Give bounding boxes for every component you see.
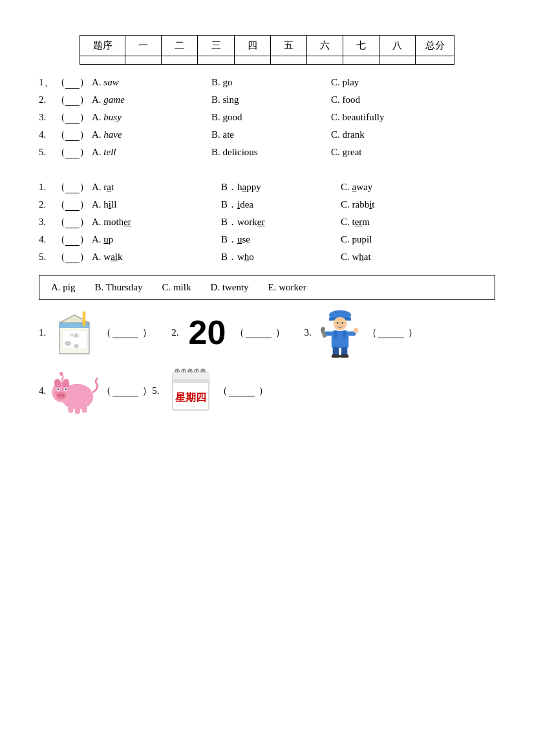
q-paren-open: （ xyxy=(56,94,65,106)
pic-item-3: 3. xyxy=(304,307,418,358)
score-table-header: 一 xyxy=(125,36,162,56)
score-table-header: 四 xyxy=(234,36,270,56)
svg-rect-14 xyxy=(334,330,337,338)
score-table-header: 三 xyxy=(198,36,234,56)
svg-rect-25 xyxy=(354,330,358,333)
pic-item-1: 1. 牛奶 （ ） xyxy=(39,307,152,358)
option-b: B. go xyxy=(211,77,331,88)
option-b: B. good xyxy=(211,112,331,123)
q-num: 2. xyxy=(39,94,56,105)
q-num: 5. xyxy=(39,252,56,263)
option-a: A. hill xyxy=(92,199,221,210)
svg-text:牛奶: 牛奶 xyxy=(70,333,79,338)
q-paren-open: （ xyxy=(56,251,65,263)
svg-point-12 xyxy=(341,322,343,324)
pic-item-4: 4. xyxy=(39,365,268,416)
twenty-icon: 20 xyxy=(182,307,233,358)
q-num: 3. xyxy=(39,112,56,123)
score-table-header: 六 xyxy=(306,36,343,56)
word-option: B. Thursday xyxy=(95,282,143,293)
svg-point-41 xyxy=(60,372,63,374)
q-num: 1、 xyxy=(39,76,56,89)
option-c: C. away xyxy=(341,182,495,193)
q-paren-close: ） xyxy=(80,146,89,158)
calendar-icon: 星期四 xyxy=(165,365,217,416)
q-paren-open: （ xyxy=(56,146,65,158)
q-num: 1. xyxy=(39,182,56,193)
svg-rect-37 xyxy=(68,405,73,413)
option-c: C. food xyxy=(331,94,495,105)
option-a: A. busy xyxy=(92,112,211,123)
word-option: D. twenty xyxy=(210,282,248,293)
svg-rect-39 xyxy=(82,405,87,413)
q-num: 4. xyxy=(39,234,56,245)
option-a: A. walk xyxy=(92,252,221,263)
section1-question-row: 3. （ ） A. busy B. good C. beautifully xyxy=(39,111,495,124)
q-paren-open: （ xyxy=(56,181,65,193)
section2-questions: 1. （ ） A. rat B．happy C. away 2. （ ） A. … xyxy=(39,181,495,263)
score-label xyxy=(80,56,125,65)
option-a: A. have xyxy=(92,129,211,140)
option-a: A. game xyxy=(92,94,211,105)
pig-icon xyxy=(48,365,100,416)
q-paren-open: （ xyxy=(56,111,65,124)
score-table: 题序一二三四五六七八总分 xyxy=(80,35,454,65)
option-b: B．worker xyxy=(221,216,341,228)
svg-point-36 xyxy=(65,388,67,390)
svg-text:星期四: 星期四 xyxy=(175,392,206,403)
section2-question-row: 2. （ ） A. hill B．idea C. rabbit xyxy=(39,199,495,211)
svg-rect-18 xyxy=(332,354,340,358)
section1-question-row: 1、 （ ） A. saw B. go C. play xyxy=(39,76,495,89)
q-paren-close: ） xyxy=(80,233,89,246)
q-paren-close: ） xyxy=(80,199,89,211)
svg-rect-7 xyxy=(83,312,85,326)
option-b: B. delicious xyxy=(211,147,331,158)
q-paren-close: ） xyxy=(80,111,89,124)
svg-rect-16 xyxy=(332,347,338,356)
q-num: 3. xyxy=(39,217,56,228)
word-option: E. worker xyxy=(268,282,306,293)
picture-row-2: 4. xyxy=(39,365,495,416)
q-paren-open: （ xyxy=(56,76,65,89)
option-c: C. play xyxy=(331,77,495,88)
option-a: A. tell xyxy=(92,147,211,158)
svg-point-32 xyxy=(62,394,65,396)
option-c: C. beautifully xyxy=(331,112,495,123)
option-b: B. sing xyxy=(211,94,331,105)
option-c: C. what xyxy=(341,252,495,263)
score-table-header: 总分 xyxy=(416,36,454,56)
score-table-header: 五 xyxy=(270,36,306,56)
q-paren-close: ） xyxy=(80,216,89,228)
option-a: A. up xyxy=(92,234,221,245)
q-paren-open: （ xyxy=(56,129,65,141)
svg-rect-17 xyxy=(341,347,347,356)
option-a: A. rat xyxy=(92,182,221,193)
option-a: A. saw xyxy=(92,77,211,88)
svg-point-6 xyxy=(74,344,79,348)
section2-question-row: 5. （ ） A. walk B．who C. what xyxy=(39,251,495,263)
svg-rect-38 xyxy=(75,407,80,414)
q-num: 4. xyxy=(39,129,56,140)
section1-question-row: 4. （ ） A. have B. ate C. drank xyxy=(39,129,495,141)
q-num: 5. xyxy=(39,147,56,158)
section2-question-row: 3. （ ） A. mother B．worker C. term xyxy=(39,216,495,228)
svg-rect-54 xyxy=(173,379,209,383)
option-c: C. rabbit xyxy=(341,199,495,210)
option-c: C. pupil xyxy=(341,234,495,245)
svg-point-5 xyxy=(65,341,71,346)
option-c: C. great xyxy=(331,147,495,158)
worker-icon xyxy=(314,307,366,358)
score-table-header: 题序 xyxy=(80,36,125,56)
q-paren-close: ） xyxy=(80,181,89,193)
section1-question-row: 5. （ ） A. tell B. delicious C. great xyxy=(39,146,495,158)
q-paren-open: （ xyxy=(56,216,65,228)
section2-question-row: 4. （ ） A. up B．use C. pupil xyxy=(39,233,495,246)
svg-point-11 xyxy=(337,322,339,324)
score-table-header: 八 xyxy=(379,36,416,56)
svg-point-40 xyxy=(54,391,59,394)
q-paren-close: ） xyxy=(80,76,89,89)
q-paren-open: （ xyxy=(56,199,65,211)
option-c: C. drank xyxy=(331,129,495,140)
milk-carton-icon: 牛奶 xyxy=(48,307,100,358)
option-a: A. mother xyxy=(92,217,221,228)
